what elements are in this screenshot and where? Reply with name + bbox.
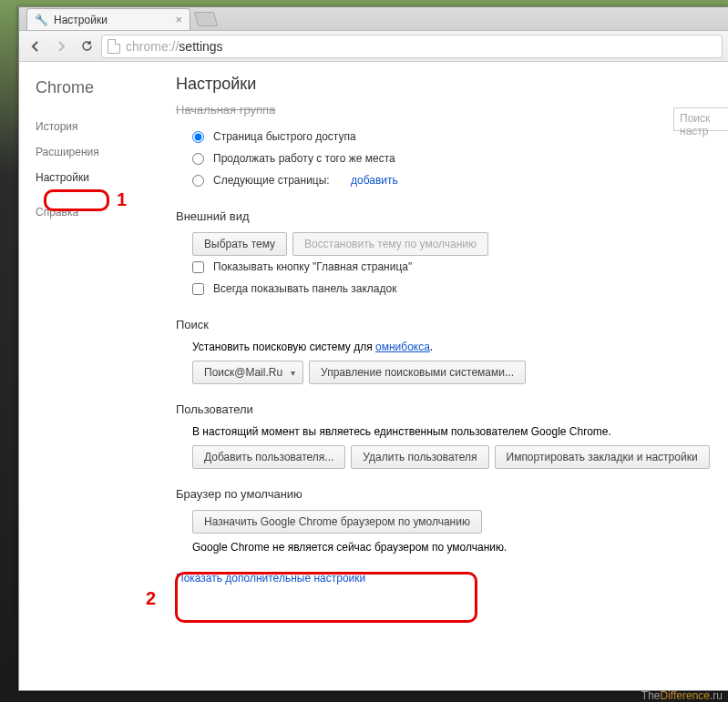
forward-button[interactable] — [50, 36, 72, 57]
choose-theme-button[interactable]: Выбрать тему — [192, 232, 287, 256]
radio-label: Продолжать работу с того же места — [213, 152, 395, 165]
tab-settings[interactable]: 🔧 Настройки × — [26, 8, 190, 30]
checkbox-label: Показывать кнопку "Главная страница" — [213, 260, 412, 273]
section-heading-default-browser: Браузер по умолчанию — [176, 487, 728, 501]
manage-search-engines-button[interactable]: Управление поисковыми системами... — [309, 361, 526, 384]
remove-user-button[interactable]: Удалить пользователя — [351, 445, 488, 469]
nav-toolbar: chrome://settings — [19, 31, 728, 62]
checkbox-label: Всегда показывать панель закладок — [213, 282, 396, 295]
set-default-browser-button[interactable]: Назначить Google Chrome браузером по умо… — [192, 510, 482, 534]
sidebar-item-extensions[interactable]: Расширения — [19, 139, 156, 165]
radio-label: Следующие страницы: — [213, 174, 330, 187]
watermark: TheDifference.ru — [641, 689, 723, 702]
tab-strip: 🔧 Настройки × — [19, 7, 728, 31]
radio-continue[interactable]: Продолжать работу с того же места — [176, 148, 728, 169]
section-heading-startup: Начальная группа — [176, 103, 728, 117]
search-engine-select[interactable]: Поиск@Mail.Ru — [192, 361, 303, 384]
page-icon — [108, 39, 120, 54]
add-user-button[interactable]: Добавить пользователя... — [192, 445, 345, 469]
section-heading-search: Поиск — [176, 318, 728, 331]
new-tab-button[interactable] — [194, 12, 218, 26]
section-default-browser: Браузер по умолчанию Назначить Google Ch… — [176, 487, 728, 554]
checkbox-input[interactable] — [192, 283, 204, 295]
checkbox-input[interactable] — [192, 261, 204, 273]
reset-theme-button[interactable]: Восстановить тему по умолчанию — [292, 232, 488, 256]
checkbox-show-home[interactable]: Показывать кнопку "Главная страница" — [176, 256, 728, 278]
back-button[interactable] — [25, 36, 46, 57]
address-bar[interactable]: chrome://settings — [101, 35, 723, 58]
settings-main: Настройки Начальная группа Страница быст… — [156, 62, 728, 690]
page-title: Настройки — [176, 75, 728, 94]
omnibox-link[interactable]: омнибокса — [375, 341, 430, 353]
sidebar: Chrome История Расширения Настройки Спра… — [19, 62, 156, 690]
browser-window: 🔧 Настройки × chrome://settings Chrome И… — [18, 6, 728, 691]
import-bookmarks-button[interactable]: Импортировать закладки и настройки — [495, 445, 710, 469]
radio-quick-access[interactable]: Страница быстрого доступа — [176, 126, 728, 148]
section-appearance: Внешний вид Выбрать тему Восстановить те… — [176, 209, 728, 300]
brand-title: Chrome — [19, 78, 156, 114]
section-heading-appearance: Внешний вид — [176, 209, 728, 223]
sidebar-item-settings[interactable]: Настройки — [19, 165, 156, 190]
period: . — [430, 341, 433, 353]
show-advanced-link[interactable]: Показать дополнительные настройки — [176, 572, 365, 585]
radio-pages[interactable]: Следующие страницы: добавить — [176, 169, 728, 191]
section-search: Поиск Установить поисковую систему для о… — [176, 318, 728, 384]
radio-label: Страница быстрого доступа — [213, 130, 356, 143]
section-startup: Начальная группа Страница быстрого досту… — [176, 103, 728, 191]
section-heading-users: Пользователи — [176, 402, 728, 416]
search-desc: Установить поисковую систему для — [192, 341, 375, 353]
reload-icon — [80, 39, 94, 53]
content-area: Chrome История Расширения Настройки Спра… — [19, 62, 728, 690]
sidebar-item-help[interactable]: Справка — [19, 199, 156, 225]
arrow-right-icon — [55, 40, 67, 53]
sidebar-item-history[interactable]: История — [19, 114, 156, 139]
tab-title: Настройки — [54, 14, 169, 26]
wrench-icon: 🔧 — [35, 14, 48, 26]
users-desc: В настоящий момент вы являетесь единстве… — [176, 425, 728, 438]
default-browser-status: Google Chrome не является сейчас браузер… — [176, 541, 728, 554]
add-pages-link[interactable]: добавить — [351, 174, 398, 187]
checkbox-bookmarks-bar[interactable]: Всегда показывать панель закладок — [176, 278, 728, 300]
section-users: Пользователи В настоящий момент вы являе… — [176, 402, 728, 469]
radio-input[interactable] — [192, 175, 204, 187]
reload-button[interactable] — [76, 36, 97, 57]
close-icon[interactable]: × — [175, 13, 182, 26]
arrow-left-icon — [29, 40, 42, 53]
radio-input[interactable] — [192, 153, 204, 165]
settings-search-input[interactable]: Поиск настр — [673, 107, 728, 131]
radio-input[interactable] — [192, 131, 204, 143]
url-text: chrome://settings — [126, 39, 223, 54]
